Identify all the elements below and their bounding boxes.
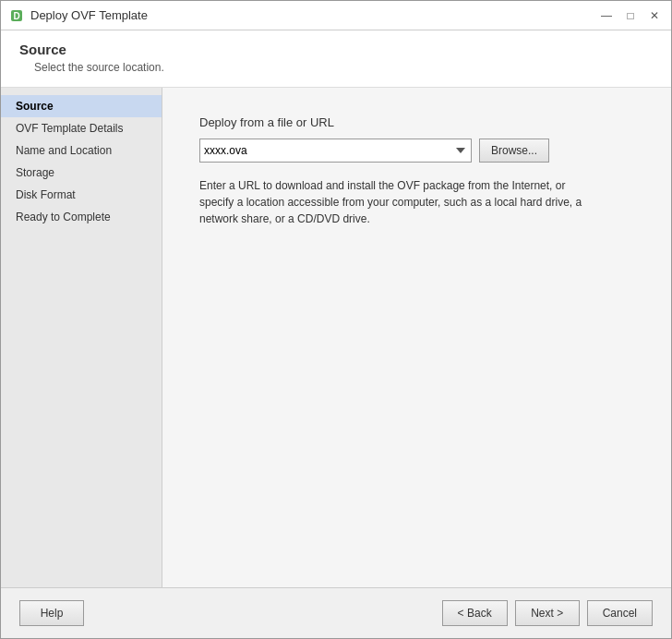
cancel-button[interactable]: Cancel [587, 600, 653, 626]
sidebar-item-ovf-details[interactable]: OVF Template Details [1, 117, 162, 139]
footer: Help < Back Next > Cancel [1, 587, 671, 638]
next-button[interactable]: Next > [515, 600, 580, 626]
url-input-row: xxxx.ova Browse... [199, 139, 634, 163]
deploy-ovf-window: D Deploy OVF Template — □ ✕ Source Selec… [0, 0, 672, 639]
main-content: Source OVF Template Details Name and Loc… [1, 88, 671, 587]
sidebar-item-ready[interactable]: Ready to Complete [1, 206, 162, 228]
svg-text:D: D [13, 11, 19, 21]
header: Source Select the source location. [1, 30, 671, 88]
footer-right: < Back Next > Cancel [442, 600, 653, 626]
app-icon: D [8, 7, 25, 24]
header-title: Source [19, 42, 653, 57]
content-area: Deploy from a file or URL xxxx.ova Brows… [162, 88, 671, 587]
sidebar-item-storage[interactable]: Storage [1, 162, 162, 184]
footer-left: Help [19, 600, 442, 626]
description-text: Enter a URL to download and install the … [199, 177, 587, 227]
titlebar: D Deploy OVF Template — □ ✕ [1, 1, 671, 30]
help-button[interactable]: Help [19, 600, 84, 626]
sidebar-item-source[interactable]: Source [1, 95, 162, 117]
deploy-from-label: Deploy from a file or URL [199, 115, 634, 129]
minimize-button[interactable]: — [597, 6, 616, 25]
browse-button[interactable]: Browse... [479, 139, 549, 163]
sidebar: Source OVF Template Details Name and Loc… [1, 88, 162, 587]
back-button[interactable]: < Back [442, 600, 508, 626]
header-subtitle: Select the source location. [34, 61, 653, 74]
sidebar-item-name-location[interactable]: Name and Location [1, 139, 162, 162]
sidebar-item-disk-format[interactable]: Disk Format [1, 184, 162, 206]
close-button[interactable]: ✕ [645, 6, 664, 25]
maximize-button[interactable]: □ [621, 6, 640, 25]
window-title: Deploy OVF Template [30, 8, 597, 22]
window-controls: — □ ✕ [597, 6, 664, 25]
url-select[interactable]: xxxx.ova [199, 139, 472, 163]
